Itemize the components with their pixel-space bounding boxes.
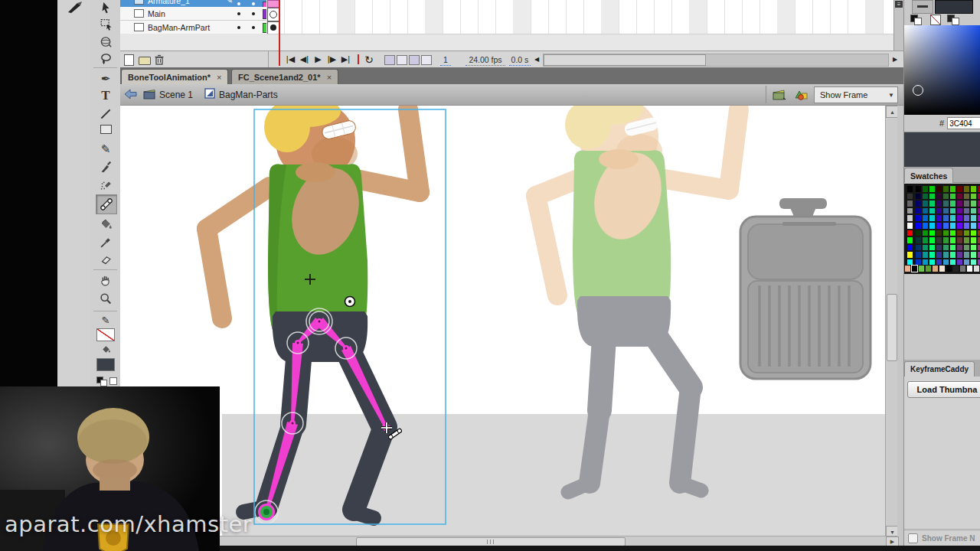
timeline-hscroll-thumb[interactable] bbox=[544, 54, 706, 66]
color-picker-gradient[interactable] bbox=[904, 25, 980, 115]
swatch[interactable] bbox=[922, 222, 929, 230]
scroll-down-button[interactable]: ▼ bbox=[886, 526, 897, 536]
loop-playback-button[interactable]: ↻ bbox=[362, 54, 376, 65]
swatch[interactable] bbox=[970, 251, 977, 259]
tab-keyframecaddy[interactable]: KeyframeCaddy bbox=[904, 361, 975, 377]
swatch[interactable] bbox=[929, 251, 936, 259]
swatch[interactable] bbox=[929, 207, 936, 215]
last-frame-button[interactable]: ▶| bbox=[339, 54, 352, 65]
current-color-well[interactable] bbox=[935, 0, 973, 14]
swatch[interactable] bbox=[929, 200, 936, 207]
swap-colors-icon[interactable] bbox=[109, 377, 117, 385]
eyedropper-tool[interactable] bbox=[96, 234, 116, 251]
swatch[interactable] bbox=[929, 214, 936, 222]
swatch[interactable] bbox=[973, 265, 980, 272]
swatch[interactable] bbox=[942, 214, 949, 222]
breadcrumb-symbol[interactable]: BagMan-Parts bbox=[219, 90, 278, 100]
horizontal-scrollbar[interactable]: ▶ bbox=[120, 536, 897, 546]
swatch[interactable] bbox=[906, 251, 913, 259]
visibility-dot[interactable] bbox=[237, 26, 240, 29]
swatch[interactable] bbox=[922, 200, 929, 207]
3d-rotation-tool[interactable] bbox=[96, 34, 116, 51]
layer-row-bagman-armpart[interactable]: BagMan-ArmPart bbox=[120, 21, 266, 34]
keyframe-cell-armature[interactable] bbox=[267, 0, 279, 8]
swatch[interactable] bbox=[949, 193, 956, 201]
swatch[interactable] bbox=[963, 185, 970, 193]
picker-cursor[interactable] bbox=[913, 85, 923, 96]
swatch[interactable] bbox=[906, 214, 913, 222]
swatch[interactable] bbox=[906, 207, 913, 215]
swatch[interactable] bbox=[949, 230, 956, 237]
keyframe-cell-main[interactable] bbox=[267, 8, 279, 21]
swatch[interactable] bbox=[956, 222, 963, 230]
swatch[interactable] bbox=[977, 251, 980, 259]
swatch[interactable] bbox=[977, 236, 980, 244]
swatch[interactable] bbox=[925, 265, 932, 272]
timeline-scroll-right[interactable]: ▶ bbox=[890, 54, 900, 65]
visibility-dot[interactable] bbox=[237, 12, 240, 15]
load-thumbnails-button[interactable]: Load Thumbna bbox=[907, 381, 980, 398]
swatch[interactable] bbox=[936, 200, 942, 207]
swatch[interactable] bbox=[956, 236, 963, 244]
swatch[interactable] bbox=[963, 207, 970, 215]
swatch[interactable] bbox=[977, 230, 980, 237]
timeline-scroll-left[interactable]: ◀ bbox=[532, 54, 541, 65]
pen-tool[interactable]: ✒ bbox=[96, 70, 116, 87]
swatch[interactable] bbox=[904, 265, 911, 272]
swatch[interactable] bbox=[915, 236, 922, 244]
swatch[interactable] bbox=[936, 236, 942, 244]
swatch[interactable] bbox=[956, 214, 963, 222]
swatch[interactable] bbox=[977, 222, 980, 230]
free-transform-tool[interactable] bbox=[96, 15, 116, 32]
first-frame-button[interactable]: |◀ bbox=[284, 54, 297, 65]
swatch[interactable] bbox=[936, 244, 942, 252]
scroll-up-button[interactable]: ▲ bbox=[886, 106, 897, 118]
line-tool[interactable] bbox=[96, 106, 116, 122]
swatch[interactable] bbox=[963, 230, 970, 237]
swatch[interactable] bbox=[963, 236, 970, 244]
swatch[interactable] bbox=[977, 185, 980, 193]
swatch[interactable] bbox=[956, 193, 963, 201]
swatch[interactable] bbox=[942, 207, 949, 215]
new-layer-button[interactable] bbox=[124, 54, 134, 66]
elapsed-time-field[interactable]: 0.0 s bbox=[509, 54, 531, 66]
swatch[interactable] bbox=[970, 193, 977, 201]
onion-skin-outlines-button[interactable] bbox=[397, 55, 407, 65]
swatch[interactable] bbox=[906, 230, 913, 237]
swatch[interactable] bbox=[936, 207, 942, 215]
swatch[interactable] bbox=[922, 207, 929, 215]
pencil-tool[interactable]: ✎ bbox=[96, 141, 116, 158]
swatch[interactable] bbox=[949, 244, 956, 252]
swatch[interactable] bbox=[939, 265, 946, 272]
current-frame-field[interactable]: 1 bbox=[440, 54, 451, 66]
breadcrumb-scene[interactable]: Scene 1 bbox=[159, 90, 193, 100]
spray-brush-tool[interactable] bbox=[96, 176, 116, 193]
swatch[interactable] bbox=[949, 222, 956, 230]
swatch[interactable] bbox=[906, 185, 913, 193]
swatch[interactable] bbox=[929, 230, 936, 237]
stroke-color-swatch[interactable] bbox=[96, 328, 115, 341]
swatch[interactable] bbox=[977, 244, 980, 252]
swatch[interactable] bbox=[936, 193, 942, 201]
swatch[interactable] bbox=[942, 236, 949, 244]
swatch[interactable] bbox=[915, 244, 922, 252]
edit-multiple-frames-button[interactable] bbox=[409, 55, 420, 65]
swatch[interactable] bbox=[922, 251, 929, 259]
keyframe-cell-bagman[interactable] bbox=[267, 21, 279, 34]
zoom-tool[interactable] bbox=[96, 291, 116, 308]
timeline-frames[interactable] bbox=[266, 0, 894, 51]
show-frame-checkbox[interactable] bbox=[908, 533, 918, 543]
swatch[interactable] bbox=[963, 193, 970, 201]
panel-menu-icon[interactable]: ≡ bbox=[895, 1, 903, 8]
swatch[interactable] bbox=[929, 244, 936, 252]
swatch[interactable] bbox=[936, 185, 942, 193]
swatch[interactable] bbox=[942, 185, 949, 193]
bone-tool[interactable] bbox=[96, 194, 117, 214]
new-folder-button[interactable] bbox=[139, 57, 151, 65]
swatch[interactable] bbox=[922, 185, 929, 193]
swatch[interactable] bbox=[922, 230, 929, 237]
swatch[interactable] bbox=[949, 207, 956, 215]
swatch[interactable] bbox=[963, 222, 970, 230]
swatch[interactable] bbox=[970, 214, 977, 222]
swatch[interactable] bbox=[949, 185, 956, 193]
